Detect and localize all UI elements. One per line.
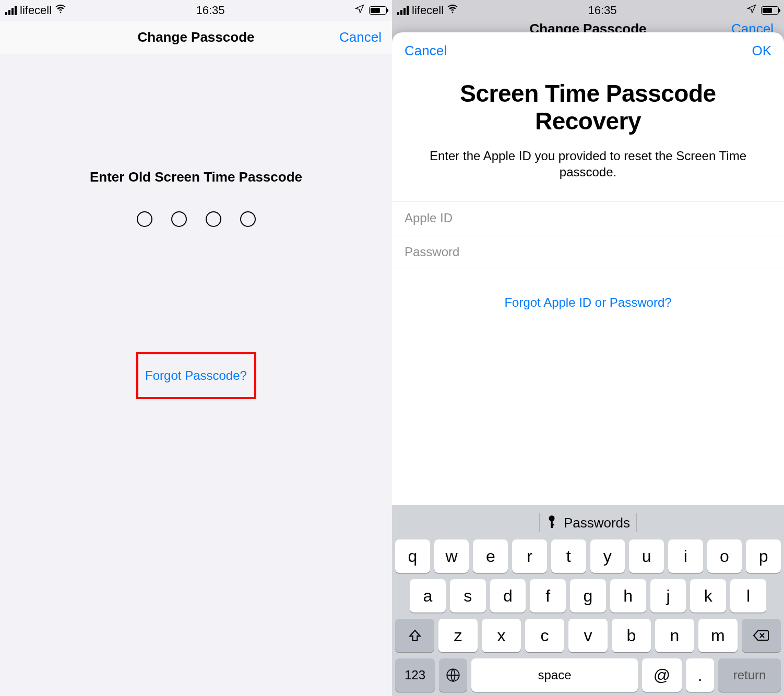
key-q[interactable]: q xyxy=(395,539,430,573)
key-p[interactable]: p xyxy=(746,539,781,573)
modal-description: Enter the Apple ID you provided to reset… xyxy=(408,148,768,180)
clock: 16:35 xyxy=(196,4,225,17)
key-w[interactable]: w xyxy=(434,539,469,573)
keyboard: Passwords qwertyuiop asdfghjkl zxcvbnm 1… xyxy=(392,505,784,696)
passcode-dot xyxy=(206,211,221,227)
key-f[interactable]: f xyxy=(530,579,566,613)
numeric-key[interactable]: 123 xyxy=(395,658,435,692)
status-bar: lifecell 16:35 xyxy=(392,0,784,21)
suggestion-separator xyxy=(636,513,637,532)
dot-key[interactable]: . xyxy=(686,658,714,692)
at-key[interactable]: @ xyxy=(642,658,682,692)
svg-rect-2 xyxy=(551,524,554,525)
key-g[interactable]: g xyxy=(570,579,606,613)
svg-rect-3 xyxy=(551,526,553,528)
key-c[interactable]: c xyxy=(525,619,564,652)
phone-screen-recovery: lifecell 16:35 Change Passcode Cancel Ca… xyxy=(392,0,784,696)
wifi-icon xyxy=(55,3,66,18)
keyboard-row-1: qwertyuiop xyxy=(395,539,781,573)
modal-title: Screen Time Passcode Recovery xyxy=(408,80,768,135)
key-s[interactable]: s xyxy=(450,579,486,613)
ok-button[interactable]: OK xyxy=(752,43,771,59)
carrier-label: lifecell xyxy=(20,4,52,17)
key-z[interactable]: z xyxy=(438,619,478,652)
key-d[interactable]: d xyxy=(490,579,526,613)
keyboard-row-2: asdfghjkl xyxy=(395,579,781,613)
battery-icon xyxy=(761,6,779,15)
forgot-apple-id-link[interactable]: Forgot Apple ID or Password? xyxy=(392,295,784,310)
cancel-button[interactable]: Cancel xyxy=(405,43,447,59)
globe-key[interactable] xyxy=(439,658,467,692)
return-key[interactable]: return xyxy=(718,658,781,692)
location-icon xyxy=(354,4,365,17)
signal-icon xyxy=(397,6,409,15)
backspace-key[interactable] xyxy=(742,619,781,652)
key-n[interactable]: n xyxy=(655,619,694,652)
carrier-label: lifecell xyxy=(412,4,444,17)
key-r[interactable]: r xyxy=(512,539,547,573)
passcode-dot xyxy=(171,211,187,227)
battery-icon xyxy=(369,6,387,15)
cancel-button[interactable]: Cancel xyxy=(339,29,382,45)
suggestion-separator xyxy=(539,513,540,532)
key-u[interactable]: u xyxy=(629,539,664,573)
key-a[interactable]: a xyxy=(410,579,446,613)
space-key[interactable]: space xyxy=(471,658,638,692)
passcode-prompt: Enter Old Screen Time Passcode xyxy=(0,169,392,185)
location-icon xyxy=(746,4,757,17)
key-v[interactable]: v xyxy=(568,619,608,652)
passwords-suggestion[interactable]: Passwords xyxy=(564,515,630,531)
keyboard-row-3: zxcvbnm xyxy=(395,619,781,652)
key-icon xyxy=(546,514,557,532)
forgot-passcode-link[interactable]: Forgot Passcode? xyxy=(145,368,247,383)
key-b[interactable]: b xyxy=(612,619,651,652)
apple-id-field[interactable]: Apple ID xyxy=(392,201,784,235)
passcode-dot xyxy=(137,211,152,227)
phone-screen-passcode: lifecell 16:35 Change Passcode Cancel En… xyxy=(0,0,392,696)
status-bar: lifecell 16:35 xyxy=(0,0,392,21)
key-x[interactable]: x xyxy=(482,619,521,652)
password-field[interactable]: Password xyxy=(392,235,784,269)
page-title: Change Passcode xyxy=(138,29,255,45)
key-i[interactable]: i xyxy=(668,539,703,573)
passcode-dot xyxy=(240,211,256,227)
shift-key[interactable] xyxy=(395,619,434,652)
signal-icon xyxy=(5,6,17,15)
key-k[interactable]: k xyxy=(690,579,726,613)
key-j[interactable]: j xyxy=(650,579,686,613)
key-t[interactable]: t xyxy=(551,539,586,573)
key-o[interactable]: o xyxy=(707,539,742,573)
modal-sheet: Cancel OK Screen Time Passcode Recovery … xyxy=(392,32,784,696)
clock: 16:35 xyxy=(588,4,617,17)
key-y[interactable]: y xyxy=(590,539,625,573)
key-l[interactable]: l xyxy=(730,579,766,613)
svg-rect-1 xyxy=(551,520,553,527)
highlight-box: Forgot Passcode? xyxy=(136,352,256,399)
wifi-icon xyxy=(447,3,458,18)
nav-bar: Change Passcode Cancel xyxy=(0,21,392,54)
passcode-dots[interactable] xyxy=(0,211,392,227)
key-h[interactable]: h xyxy=(610,579,646,613)
key-e[interactable]: e xyxy=(473,539,508,573)
key-m[interactable]: m xyxy=(698,619,738,652)
